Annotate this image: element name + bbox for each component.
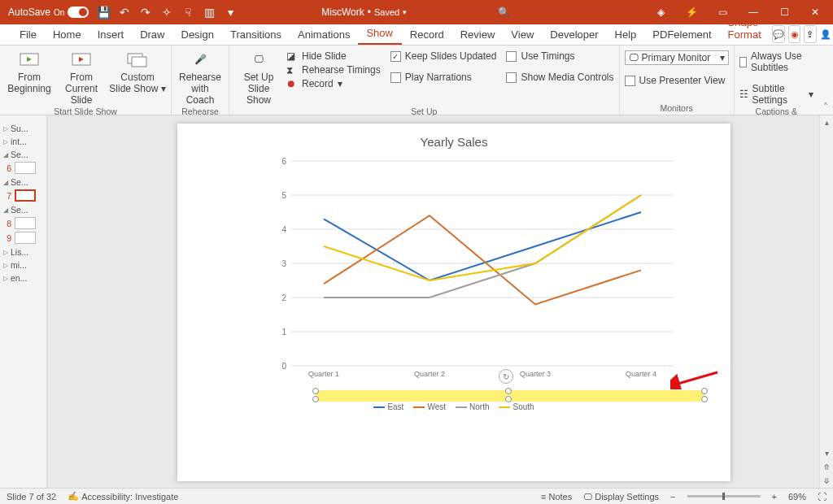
chart[interactable]: 0123456Quarter 1Quarter 2Quarter 3Quarte… xyxy=(267,153,682,397)
tab-design[interactable]: Design xyxy=(173,25,222,45)
wand-icon[interactable]: ✧ xyxy=(160,6,173,19)
zoom-level[interactable]: 69% xyxy=(788,492,806,502)
notes-icon: ≡ xyxy=(541,492,546,502)
slide-indicator[interactable]: Slide 7 of 32 xyxy=(7,492,56,502)
section-header[interactable]: ◢Se... xyxy=(3,150,43,159)
rehearse-coach-button[interactable]: 🎤 Rehearse with Coach xyxy=(177,49,224,106)
fit-to-window-button[interactable]: ⛶ xyxy=(818,492,826,502)
play-narrations-check[interactable]: Play Narrations xyxy=(390,72,497,83)
section-header[interactable]: ▷Su... xyxy=(3,124,43,133)
tab-review[interactable]: Review xyxy=(452,25,504,45)
autosave-state: On xyxy=(54,8,64,17)
share-icon[interactable]: ⇪ xyxy=(804,25,816,43)
svg-text:5: 5 xyxy=(281,191,286,200)
lightning-icon[interactable]: ⚡ xyxy=(677,0,706,24)
monitor-icon: 🖵 xyxy=(583,492,592,502)
account-icon[interactable]: 👤 xyxy=(820,25,831,43)
tab-record[interactable]: Record xyxy=(402,25,452,45)
selection-handle-icon[interactable] xyxy=(312,388,319,394)
use-timings-check[interactable]: Use Timings xyxy=(506,50,613,62)
touch-icon[interactable]: ☟ xyxy=(181,6,194,19)
legend-item: West xyxy=(413,402,446,411)
show-media-check[interactable]: Show Media Controls xyxy=(506,72,613,83)
save-icon[interactable]: 💾 xyxy=(97,6,110,19)
section-header[interactable]: ▷mi... xyxy=(3,260,43,270)
group-captions: Always Use Subtitles ☷Subtitle Settings … xyxy=(735,46,818,115)
svg-text:Quarter 3: Quarter 3 xyxy=(520,370,551,378)
svg-rect-5 xyxy=(132,57,146,67)
diamond-icon[interactable]: ◈ xyxy=(646,0,675,24)
slide-thumb[interactable]: 9 xyxy=(3,232,43,244)
present-icon[interactable]: ▥ xyxy=(203,6,216,19)
group-rehearse: 🎤 Rehearse with Coach Rehearse xyxy=(172,46,229,115)
tab-transitions[interactable]: Transitions xyxy=(222,25,290,45)
svg-text:1: 1 xyxy=(281,328,286,337)
scroll-down-icon[interactable]: ▾ xyxy=(820,446,833,460)
undo-icon[interactable]: ↶ xyxy=(118,6,131,19)
section-header[interactable]: ▷int... xyxy=(3,137,43,146)
from-current-button[interactable]: From Current Slide xyxy=(57,49,106,106)
maximize-button[interactable]: ☐ xyxy=(770,0,799,24)
tab-pdfelement[interactable]: PDFelement xyxy=(644,25,719,45)
presenter-view-check[interactable]: Use Presenter View xyxy=(625,75,729,86)
next-slide-icon[interactable]: ⤋ xyxy=(820,474,833,488)
slide-canvas[interactable]: Yearly Sales 0123456Quarter 1Quarter 2Qu… xyxy=(47,115,833,488)
record-icon[interactable]: ◉ xyxy=(788,25,800,43)
svg-text:Quarter 1: Quarter 1 xyxy=(308,370,339,378)
tab-insert[interactable]: Insert xyxy=(89,25,133,45)
zoom-slider[interactable] xyxy=(687,495,761,497)
accessibility-button[interactable]: ✍ Accessibility: Investigate xyxy=(68,491,178,502)
slide[interactable]: Yearly Sales 0123456Quarter 1Quarter 2Qu… xyxy=(177,124,731,481)
autosave-toggle[interactable]: AutoSave On xyxy=(8,7,89,18)
tab-animations[interactable]: Animations xyxy=(290,25,358,45)
zoom-out-button[interactable]: − xyxy=(670,492,675,502)
tab-home[interactable]: Home xyxy=(45,25,89,45)
coach-icon: 🎤 xyxy=(189,50,212,70)
toggle-pill-icon[interactable] xyxy=(68,7,89,18)
slide-thumb[interactable]: 8 xyxy=(3,217,43,229)
subtitle-settings-button[interactable]: ☷Subtitle Settings ▾ xyxy=(739,83,813,106)
redo-icon[interactable]: ↷ xyxy=(139,6,152,19)
close-button[interactable]: ✕ xyxy=(800,0,830,24)
tab-help[interactable]: Help xyxy=(607,25,645,45)
legend-item: South xyxy=(499,402,534,411)
title-bar: AutoSave On 💾 ↶ ↷ ✧ ☟ ▥ ▾ MiscWork • Sav… xyxy=(0,0,833,24)
section-header[interactable]: ▷Lis... xyxy=(3,247,43,257)
tab-slideshow[interactable]: Slide Show xyxy=(358,11,401,45)
collapse-ribbon-icon[interactable]: ˄ xyxy=(818,100,833,115)
tab-draw[interactable]: Draw xyxy=(132,25,172,45)
comments-icon[interactable]: 💬 xyxy=(772,25,785,43)
scroll-up-icon[interactable]: ▴ xyxy=(820,115,833,129)
group-monitors: 🖵 Primary Monitor ▾ Use Presenter View M… xyxy=(620,46,735,115)
section-header[interactable]: ◢Se... xyxy=(3,177,43,187)
tab-developer[interactable]: Developer xyxy=(542,25,606,45)
vertical-scrollbar[interactable]: ▴ ▾ ⤊ ⤋ xyxy=(819,115,833,488)
animation-marker-icon[interactable]: ↻ xyxy=(499,369,513,384)
section-header[interactable]: ▷en... xyxy=(3,273,43,283)
keep-updated-check[interactable]: ✓Keep Slides Updated xyxy=(390,50,497,62)
display-settings-button[interactable]: 🖵Display Settings xyxy=(583,492,659,502)
selection-handle-icon[interactable] xyxy=(505,388,512,394)
always-subtitles-check[interactable]: Always Use Subtitles xyxy=(739,50,813,73)
qat-more-icon[interactable]: ▾ xyxy=(224,6,237,19)
from-beginning-button[interactable]: From Beginning xyxy=(5,49,54,95)
hide-slide-button[interactable]: ◪Hide Slide xyxy=(286,50,381,62)
setup-show-button[interactable]: 🖵 Set Up Slide Show xyxy=(234,49,283,106)
prev-slide-icon[interactable]: ⤊ xyxy=(820,460,833,474)
chart-title: Yearly Sales xyxy=(177,135,731,149)
zoom-in-button[interactable]: + xyxy=(772,492,777,502)
record-button[interactable]: ⏺Record ▾ xyxy=(286,78,381,89)
search-button[interactable]: 🔍 xyxy=(491,7,516,18)
slide-thumb-selected[interactable]: 7 xyxy=(3,189,43,202)
custom-show-button[interactable]: Custom Slide Show ▾ xyxy=(109,49,166,95)
notes-button[interactable]: ≡Notes xyxy=(541,492,572,502)
tab-file[interactable]: File xyxy=(11,25,45,45)
monitor-select[interactable]: 🖵 Primary Monitor ▾ xyxy=(625,50,729,65)
slide-thumb[interactable]: 6 xyxy=(3,162,43,174)
slide-thumbnail-panel[interactable]: ▷Su... ▷int... ◢Se... 6 ◢Se... 7 ◢Se... … xyxy=(0,115,47,488)
svg-text:Quarter 2: Quarter 2 xyxy=(414,370,445,378)
rehearse-timings-button[interactable]: ⧗Rehearse Timings xyxy=(286,64,381,76)
tab-shape-format[interactable]: Shape Format xyxy=(720,13,770,45)
tab-view[interactable]: View xyxy=(503,25,542,45)
section-header[interactable]: ◢Se... xyxy=(3,205,43,215)
